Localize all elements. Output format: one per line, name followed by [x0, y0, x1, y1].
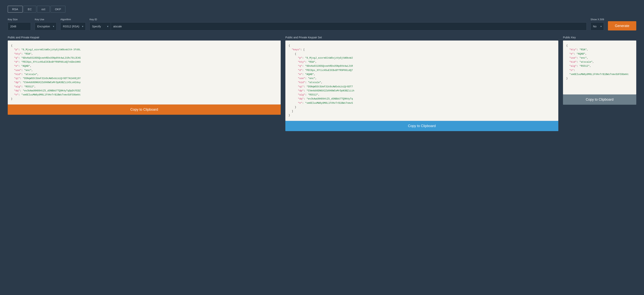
show-x509-group: Show X.509 No Yes ▼ [590, 18, 604, 30]
show-x509-label: Show X.509 [590, 18, 604, 21]
key-use-label: Key Use [35, 18, 56, 21]
controls-row: Key Size Key Use Encryption Signature ▼ … [8, 18, 636, 30]
tab-okp[interactable]: OKP [50, 6, 66, 12]
tab-rsa[interactable]: RSA [8, 6, 22, 12]
key-use-select[interactable]: Encryption Signature [35, 22, 56, 30]
key-id-row: Specify Auto ▼ [90, 22, 587, 30]
keypair-panel-title: Public and Private Keypair [8, 36, 281, 39]
keypair-set-code-box: { "keys": [ { "p": "8_MjxgJ_ezormOJsWOxj… [285, 40, 558, 121]
key-id-specify-select[interactable]: Specify Auto [90, 22, 111, 30]
keypair-panel: Public and Private Keypair { "p": "8_Mjx… [8, 36, 281, 115]
algorithm-wrapper: RS512 (RSA) RS256 (RSA) RS384 (RSA) ▼ [60, 22, 86, 30]
keypair-set-panel: Public and Private Keypair Set { "keys":… [285, 36, 558, 131]
keypair-set-copy-button[interactable]: Copy to Clipboard [285, 121, 558, 131]
output-row: Public and Private Keypair { "p": "8_Mjx… [8, 36, 636, 131]
show-x509-select[interactable]: No Yes [590, 22, 604, 30]
key-use-wrapper: Encryption Signature ▼ [35, 22, 56, 30]
key-type-tabs: RSA EC oct OKP [8, 6, 636, 12]
keypair-code-box: { "p": "8_MjxgJ_ezormOJsWOxjzVyGjtW0bxWJ… [8, 40, 281, 104]
public-key-panel: Public Key { "kty": "RSA", "e": "AQAB", … [563, 36, 636, 105]
algorithm-select[interactable]: RS512 (RSA) RS256 (RSA) RS384 (RSA) [60, 22, 86, 30]
keypair-set-panel-title: Public and Private Keypair Set [285, 36, 558, 39]
public-key-copy-button[interactable]: Copy to Clipboard [563, 94, 636, 105]
key-id-group: Key ID Specify Auto ▼ [90, 18, 587, 30]
key-id-label: Key ID [90, 18, 587, 21]
algorithm-group: Algorithm RS512 (RSA) RS256 (RSA) RS384 … [60, 18, 86, 30]
key-size-group: Key Size [8, 18, 31, 30]
generate-button[interactable]: Generate [608, 21, 636, 30]
key-id-specify-wrapper: Specify Auto ▼ [90, 22, 111, 30]
public-key-panel-title: Public Key [563, 36, 636, 39]
key-size-label: Key Size [8, 18, 31, 21]
show-x509-wrapper: No Yes ▼ [590, 22, 604, 30]
public-key-code-box: { "kty": "RSA", "e": "AQAB", "use": "enc… [563, 40, 636, 94]
key-size-input[interactable] [8, 22, 31, 30]
key-use-group: Key Use Encryption Signature ▼ [35, 18, 56, 30]
keypair-copy-button[interactable]: Copy to Clipboard [8, 104, 281, 115]
tab-oct[interactable]: oct [37, 6, 50, 12]
algorithm-label: Algorithm [60, 18, 86, 21]
key-id-input[interactable] [111, 22, 587, 30]
tab-ec[interactable]: EC [23, 6, 36, 12]
